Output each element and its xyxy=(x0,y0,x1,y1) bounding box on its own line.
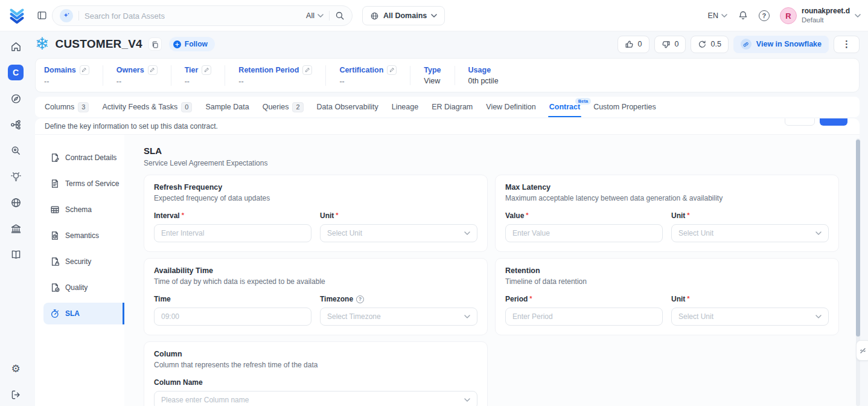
chevron-down-icon xyxy=(464,231,470,235)
tier-score-button[interactable]: 0.5 xyxy=(691,36,728,53)
search-icon[interactable] xyxy=(335,11,345,21)
meta-retention-period: Retention Period -- xyxy=(225,65,325,86)
max-latency-card: Max Latency Maximum acceptable latency b… xyxy=(495,175,839,252)
edit-certification-icon[interactable] xyxy=(387,65,397,75)
contract-description: Define the key information to set up thi… xyxy=(45,122,218,130)
cancel-button-clipped[interactable] xyxy=(785,118,815,126)
explore-compass-icon[interactable] xyxy=(8,91,24,106)
section-title: SLA xyxy=(144,146,839,156)
edit-domains-icon[interactable] xyxy=(80,65,89,75)
app-c-icon[interactable]: C xyxy=(8,65,24,80)
document-lock-icon xyxy=(50,257,60,266)
meta-tier: Tier -- xyxy=(171,65,225,86)
tab-custom-properties[interactable]: Custom Properties xyxy=(593,97,656,117)
help-glyph: ? xyxy=(762,12,767,19)
upvote-button[interactable]: 0 xyxy=(617,36,649,53)
tier-score-value: 0.5 xyxy=(710,40,721,48)
sidebar-toggle-icon[interactable] xyxy=(37,10,47,21)
value-label: Value xyxy=(505,211,529,220)
nav-contract-details[interactable]: Contract Details xyxy=(43,147,124,169)
latency-value-input[interactable] xyxy=(505,224,663,242)
more-options-button[interactable]: ⋮ xyxy=(834,36,860,53)
language-label: EN xyxy=(708,11,718,20)
nav-sla[interactable]: SLA xyxy=(43,303,124,324)
document-semantics-icon xyxy=(50,231,60,240)
observability-search-icon[interactable] xyxy=(8,143,24,158)
language-dropdown[interactable]: EN xyxy=(708,11,727,20)
search-scope-dropdown[interactable]: All xyxy=(306,11,324,20)
period-input[interactable] xyxy=(505,308,663,326)
nav-quality[interactable]: Quality xyxy=(43,277,124,298)
scrollbar-thumb[interactable] xyxy=(856,140,860,337)
tab-lineage[interactable]: Lineage xyxy=(392,97,419,117)
view-in-snowflake-button[interactable]: View in Snowflake xyxy=(733,36,829,53)
latency-unit-select[interactable]: Select Unit xyxy=(671,224,829,242)
tab-count: 0 xyxy=(181,102,192,112)
chevron-down-icon xyxy=(815,315,822,318)
timezone-label: Timezone xyxy=(320,295,353,303)
tab-view-definition[interactable]: View Definition xyxy=(486,97,535,117)
tab-er-diagram[interactable]: ER Diagram xyxy=(432,97,473,117)
governance-bank-icon[interactable] xyxy=(8,221,24,236)
help-icon[interactable]: ? xyxy=(759,10,770,21)
time-input[interactable] xyxy=(154,308,311,326)
page-scrollbar[interactable] xyxy=(856,138,860,406)
home-icon[interactable] xyxy=(8,39,24,54)
kebab-icon: ⋮ xyxy=(842,39,851,50)
timezone-select[interactable]: Select Timezone xyxy=(320,308,477,326)
refresh-unit-select[interactable]: Select Unit xyxy=(320,224,477,242)
notifications-bell-icon[interactable] xyxy=(738,10,748,21)
beta-badge: Beta xyxy=(575,98,591,105)
nav-schema[interactable]: Schema xyxy=(43,199,124,221)
thumbs-down-icon xyxy=(662,40,671,49)
user-menu[interactable]: R rounakpreet.d Default xyxy=(780,7,861,24)
save-button-clipped[interactable] xyxy=(820,118,847,126)
edit-owners-icon[interactable] xyxy=(148,65,158,75)
unit-label: Unit xyxy=(320,211,339,220)
follow-button[interactable]: Follow xyxy=(169,37,215,51)
copy-icon[interactable] xyxy=(148,37,162,51)
unit-label: Unit xyxy=(671,211,690,220)
edit-tier-icon[interactable] xyxy=(202,65,211,75)
downvote-button[interactable]: 0 xyxy=(654,36,686,53)
tab-contract[interactable]: ContractBeta xyxy=(549,97,580,117)
glossary-book-icon[interactable] xyxy=(8,246,24,262)
tab-activity-feeds-tasks[interactable]: Activity Feeds & Tasks0 xyxy=(102,97,192,117)
left-icon-rail: C ⚙ xyxy=(0,31,31,406)
interval-input[interactable] xyxy=(154,224,311,242)
divider xyxy=(78,11,79,21)
all-domains-dropdown[interactable]: All Domains xyxy=(362,6,445,25)
sla-section: SLA Service Level Agreement Expectations… xyxy=(124,135,860,406)
chevron-down-icon xyxy=(464,398,470,402)
search-scope-label: All xyxy=(306,11,314,20)
ai-sparkle-icon[interactable] xyxy=(60,9,73,22)
contract-panel: Define the key information to set up thi… xyxy=(35,118,860,406)
retention-unit-select[interactable]: Select Unit xyxy=(671,308,829,326)
document-text-icon xyxy=(50,179,60,188)
column-name-select[interactable]: Please enter Column name xyxy=(154,391,477,406)
tab-queries[interactable]: Queries2 xyxy=(263,97,304,117)
domains-hierarchy-icon[interactable] xyxy=(8,117,24,132)
nav-security[interactable]: Security xyxy=(43,251,124,272)
time-label: Time xyxy=(154,295,171,303)
resize-handle-button[interactable] xyxy=(856,340,868,361)
column-name-label: Column Name xyxy=(154,378,203,387)
tab-sample-data[interactable]: Sample Data xyxy=(205,97,249,117)
search-input[interactable] xyxy=(85,11,301,21)
upvote-count: 0 xyxy=(638,40,642,48)
nav-terms-of-service[interactable]: Terms of Service xyxy=(43,173,124,195)
entity-tabs: Columns3 Activity Feeds & Tasks0 Sample … xyxy=(35,97,860,117)
column-card: Column Column that represents the refres… xyxy=(144,341,488,406)
app-logo-icon[interactable] xyxy=(8,7,26,27)
thumbs-up-icon xyxy=(625,40,634,49)
edit-retention-icon[interactable] xyxy=(302,65,312,75)
retention-card: Retention Timeline of data retention Per… xyxy=(495,258,839,335)
tab-data-observability[interactable]: Data Observability xyxy=(317,97,378,117)
tab-count: 2 xyxy=(292,102,303,112)
globe-icon[interactable] xyxy=(8,195,24,210)
settings-gear-icon[interactable]: ⚙ xyxy=(8,361,24,376)
insights-bulb-icon[interactable] xyxy=(8,169,24,184)
tab-columns[interactable]: Columns3 xyxy=(45,97,89,117)
logout-icon[interactable] xyxy=(8,387,24,402)
nav-semantics[interactable]: Semantics xyxy=(43,225,124,246)
